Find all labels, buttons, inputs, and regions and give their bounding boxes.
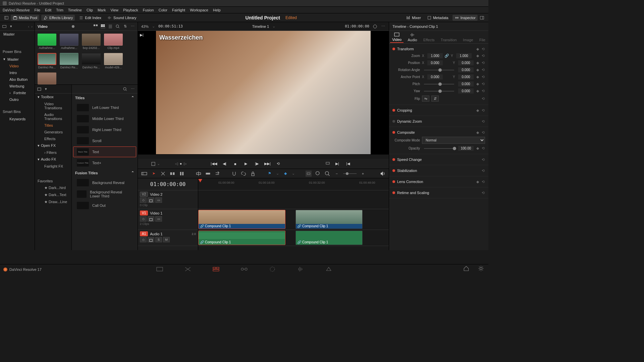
edit-page-icon[interactable] — [212, 266, 220, 272]
audio-monitor-icon[interactable] — [379, 171, 385, 177]
title-item[interactable]: Middle Lower Third — [73, 113, 136, 124]
enable-dot-icon[interactable] — [392, 191, 395, 194]
track-lock-icon[interactable] — [148, 197, 154, 203]
fusion-titles-header[interactable]: Fusion Titles⌃ — [72, 169, 138, 177]
current-edit-icon[interactable]: ● — [180, 162, 182, 166]
zoom-percent[interactable]: 43% — [141, 24, 149, 28]
prev-edit-icon[interactable]: ◁ — [175, 162, 178, 166]
video-clip[interactable]: 🔗Compound Clip 1 — [198, 210, 285, 229]
transform-overlay-icon[interactable] — [151, 162, 156, 166]
reset-icon[interactable]: ⟲ — [481, 61, 485, 65]
snap-icon[interactable] — [231, 171, 237, 177]
keyframe-icon[interactable]: ◆ — [476, 108, 480, 112]
step-back-icon[interactable]: ◀| — [221, 161, 228, 167]
menu-mark[interactable]: Mark — [98, 8, 106, 12]
mixer-toggle[interactable]: Mixer — [404, 15, 423, 21]
menu-color[interactable]: Color — [159, 8, 167, 12]
rotation-slider[interactable] — [424, 70, 454, 70]
more-icon[interactable]: ⋯ — [130, 87, 135, 92]
audio-clip[interactable]: 🔗Compound Clip 1 — [296, 231, 363, 245]
chevron-down-icon[interactable]: ⌄ — [152, 24, 155, 28]
video-clip[interactable]: 🔗Compound Clip 1 — [296, 210, 363, 229]
title-item[interactable]: Right Lower Third — [73, 124, 136, 135]
menu-workspace[interactable]: Workspace — [190, 8, 208, 12]
media-thumb[interactable]: DaVinci Re... — [82, 53, 101, 69]
timeline-tracks[interactable]: 01:00:08:00 01:00:16:00 01:00:32:00 01:0… — [198, 178, 389, 250]
blade-tool-icon[interactable] — [179, 171, 185, 177]
lens-section[interactable]: Lens Correction◆⟲ — [389, 176, 488, 187]
edit-index-toggle[interactable]: Edit Index — [77, 15, 103, 21]
menu-help[interactable]: Help — [213, 8, 221, 12]
solo-button[interactable]: S — [155, 237, 162, 242]
list-view-icon[interactable] — [108, 24, 113, 29]
yaw-input[interactable] — [458, 88, 474, 94]
eff-audio-transitions[interactable]: Audio Transitions — [35, 111, 71, 122]
inspector-tab-audio[interactable]: Audio — [406, 32, 419, 43]
reset-icon[interactable]: ⟲ — [481, 158, 485, 162]
metadata-view-icon[interactable] — [93, 24, 98, 29]
fav-item[interactable]: ★ Dark...Text — [35, 191, 71, 198]
bin-view-icon[interactable] — [2, 24, 7, 29]
fusion-page-icon[interactable] — [240, 266, 248, 272]
eff-filters[interactable]: › Filters — [35, 149, 71, 156]
full-extent-icon[interactable] — [306, 171, 312, 177]
rotation-input[interactable] — [458, 67, 474, 72]
openfx-node[interactable]: Open FX — [35, 142, 71, 149]
stabilization-section[interactable]: Stabilization⟲ — [389, 165, 488, 176]
zoom-in-icon[interactable]: + — [360, 171, 366, 177]
track-lane-v2[interactable] — [198, 190, 389, 209]
keyframe-icon[interactable]: ◆ — [476, 61, 480, 65]
menu-timeline[interactable]: Timeline — [68, 8, 82, 12]
link-icon[interactable] — [240, 171, 247, 177]
search-icon[interactable] — [123, 87, 127, 92]
replace-icon[interactable] — [214, 171, 220, 177]
media-thumb[interactable]: model-429... — [104, 53, 123, 69]
mute-button[interactable]: M — [163, 237, 170, 242]
fav-item[interactable]: ★ Dark...hird — [35, 184, 71, 191]
flip-v-button[interactable]: ⇵ — [431, 96, 439, 102]
bin-abo[interactable]: Abo Button — [0, 76, 35, 83]
transform-header[interactable]: Transform◆⟲ — [392, 46, 485, 52]
auto-select-icon[interactable]: ◇ — [140, 197, 147, 203]
panel-icon[interactable] — [37, 87, 42, 92]
fusion-title-item[interactable]: Background Reveal — [73, 177, 136, 188]
speed-section[interactable]: Speed Change⟲ — [389, 154, 488, 165]
track-tag-v1[interactable]: V1 — [140, 210, 148, 216]
reset-icon[interactable]: ⟲ — [481, 146, 485, 150]
enable-dot-icon[interactable] — [392, 169, 395, 172]
menu-clip[interactable]: Clip — [87, 8, 93, 12]
media-thumb[interactable]: Aufnahme... — [38, 34, 56, 50]
title-item[interactable]: Scroll — [73, 135, 136, 146]
marker-icon[interactable]: ◆ — [282, 171, 288, 177]
metadata-toggle[interactable]: Metadata — [425, 15, 450, 21]
media-pool-toggle[interactable]: Media Pool — [11, 15, 39, 21]
timeline-view-icon[interactable] — [141, 171, 147, 177]
jump-end-icon[interactable]: ▶| — [140, 33, 144, 37]
inspector-tab-video[interactable]: Video — [390, 32, 404, 43]
panel-toggle-icon[interactable] — [4, 15, 9, 20]
insert-icon[interactable] — [196, 171, 202, 177]
chevron-down-icon[interactable]: ⌄ — [276, 171, 279, 176]
color-page-icon[interactable] — [268, 266, 276, 272]
reset-icon[interactable]: ⟲ — [481, 68, 485, 72]
reset-icon[interactable]: ⟲ — [481, 89, 485, 93]
opacity-input[interactable] — [458, 146, 474, 151]
track-lane-a1[interactable]: 🔗Compound Clip 1 🔗Compound Clip 1 — [198, 230, 389, 246]
trim-tool-icon[interactable] — [160, 171, 166, 177]
track-lock-icon[interactable] — [148, 216, 154, 222]
nav-back-icon[interactable]: ‹ — [28, 24, 30, 28]
menu-app[interactable]: DaVinci Resolve — [3, 8, 30, 12]
title-item[interactable]: Left Lower Third — [73, 102, 136, 113]
menu-file[interactable]: File — [35, 8, 41, 12]
stop-button[interactable]: ■ — [231, 161, 239, 167]
reset-icon[interactable]: ⟲ — [481, 47, 485, 51]
menu-edit[interactable]: Edit — [45, 8, 51, 12]
track-header-v1[interactable]: V1Video 1 ◇ ▭ 2 Clips — [138, 209, 198, 230]
media-thumb[interactable]: DaVinci Re... — [60, 53, 78, 69]
go-end-icon[interactable]: ▶▶| — [264, 161, 271, 167]
cut-page-icon[interactable] — [184, 266, 192, 272]
enable-dot-icon[interactable] — [392, 109, 395, 112]
keyframe-icon[interactable]: ◆ — [476, 82, 480, 86]
eff-fairlight-fx[interactable]: Fairlight FX — [35, 163, 71, 170]
title-item[interactable]: Custom TitleText+ — [73, 158, 136, 168]
